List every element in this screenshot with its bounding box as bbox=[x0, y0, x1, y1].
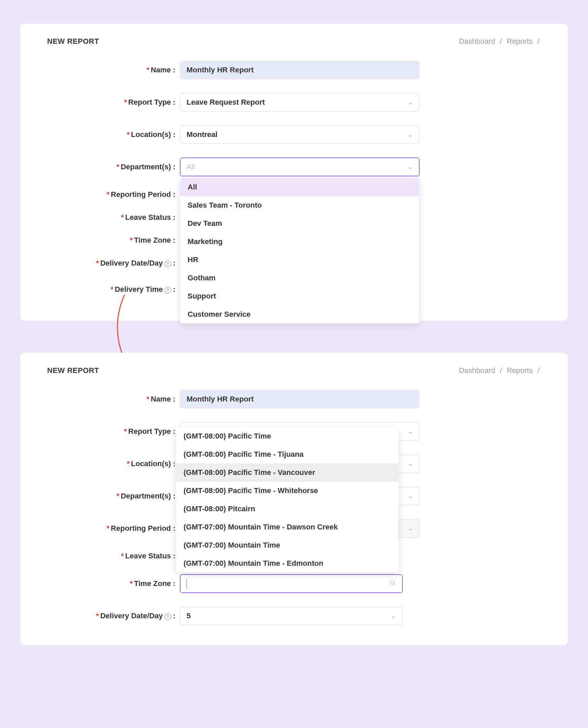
dropdown-item[interactable]: Dev Team bbox=[180, 214, 419, 233]
dropdown-item[interactable]: Support bbox=[180, 287, 419, 305]
label-time-zone: *Time Zone : bbox=[47, 236, 180, 245]
departments-dropdown: All Sales Team - Toronto Dev Team Market… bbox=[180, 178, 419, 324]
label-delivery-date: *Delivery Date/Day? : bbox=[47, 612, 180, 620]
breadcrumb-sep: / bbox=[500, 366, 502, 375]
dropdown-item[interactable]: (GMT-07:00) Mountain Time bbox=[176, 536, 398, 554]
breadcrumb-sep: / bbox=[500, 37, 502, 45]
label-name: *Name : bbox=[47, 66, 180, 74]
chevron-down-icon: ⌄ bbox=[408, 131, 413, 138]
label-locations: *Location(s) : bbox=[47, 130, 180, 139]
help-icon[interactable]: ? bbox=[164, 287, 171, 293]
breadcrumb-reports[interactable]: Reports bbox=[507, 37, 533, 45]
label-delivery-time: *Delivery Time? : bbox=[47, 285, 180, 294]
label-report-type: *Report Type : bbox=[47, 98, 180, 107]
label-departments: *Department(s) : bbox=[47, 162, 180, 171]
dropdown-item[interactable]: (GMT-08:00) Pacific Time - Tijuana bbox=[176, 445, 398, 463]
label-departments: *Department(s) : bbox=[47, 492, 180, 501]
chevron-down-icon: ⌄ bbox=[408, 525, 413, 532]
svg-line-1 bbox=[394, 583, 395, 585]
timezone-dropdown: (GMT-08:00) Pacific Time (GMT-08:00) Pac… bbox=[176, 427, 398, 573]
label-locations: *Location(s) : bbox=[47, 459, 180, 468]
row-name: *Name : Monthly HR Report bbox=[47, 390, 541, 408]
report-type-select[interactable]: Leave Request Report ⌄ bbox=[180, 93, 419, 111]
breadcrumb-dashboard[interactable]: Dashboard bbox=[459, 37, 496, 45]
row-report-type: *Report Type : Leave Request Report ⌄ bbox=[47, 93, 541, 111]
chevron-down-icon: ⌄ bbox=[408, 460, 413, 467]
svg-point-0 bbox=[390, 580, 394, 584]
chevron-down-icon: ⌄ bbox=[408, 163, 413, 171]
dropdown-item[interactable]: (GMT-07:00) Mountain Time - Dawson Creek bbox=[176, 518, 398, 536]
breadcrumb: Dashboard / Reports / bbox=[458, 366, 541, 375]
row-name: *Name : Monthly HR Report bbox=[47, 61, 541, 79]
new-report-form-panel-2: NEW REPORT Dashboard / Reports / *Name :… bbox=[20, 353, 568, 645]
breadcrumb-dashboard[interactable]: Dashboard bbox=[459, 366, 496, 375]
breadcrumb: Dashboard / Reports / bbox=[458, 37, 541, 46]
chevron-down-icon: ⌄ bbox=[391, 612, 396, 620]
dropdown-item[interactable]: (GMT-08:00) Pacific Time - Vancouver bbox=[176, 463, 398, 482]
departments-select[interactable]: All ⌄ bbox=[180, 158, 419, 176]
time-zone-search-input[interactable] bbox=[180, 575, 402, 593]
page-title: NEW REPORT bbox=[47, 366, 99, 375]
row-departments: *Department(s) : All ⌄ All Sales Team - … bbox=[47, 158, 541, 176]
breadcrumb-reports[interactable]: Reports bbox=[507, 366, 533, 375]
help-icon[interactable]: ? bbox=[164, 261, 171, 267]
dropdown-item[interactable]: (GMT-08:00) Pitcairn bbox=[176, 500, 398, 518]
label-name: *Name : bbox=[47, 395, 180, 403]
dropdown-item[interactable]: Marketing bbox=[180, 233, 419, 251]
card-header: NEW REPORT Dashboard / Reports / bbox=[47, 37, 541, 46]
chevron-down-icon: ⌄ bbox=[408, 428, 413, 435]
page-title: NEW REPORT bbox=[47, 37, 99, 46]
row-delivery-date: *Delivery Date/Day? : 5 ⌄ bbox=[47, 607, 541, 625]
dropdown-item[interactable]: (GMT-08:00) Pacific Time bbox=[176, 427, 398, 445]
delivery-date-select[interactable]: 5 ⌄ bbox=[180, 607, 402, 625]
dropdown-item[interactable]: All bbox=[180, 178, 419, 196]
search-icon bbox=[389, 579, 396, 588]
row-locations: *Location(s) : Montreal ⌄ bbox=[47, 126, 541, 144]
dropdown-item[interactable]: (GMT-07:00) Mountain Time - Edmonton bbox=[176, 554, 398, 573]
dropdown-item[interactable]: HR bbox=[180, 251, 419, 269]
label-reporting-period: *Reporting Period : bbox=[47, 524, 180, 533]
chevron-down-icon: ⌄ bbox=[408, 98, 413, 106]
row-time-zone: *Time Zone : (GMT-08:00) Pacific Time (G… bbox=[47, 575, 541, 593]
label-delivery-date: *Delivery Date/Day? : bbox=[47, 259, 180, 268]
breadcrumb-sep-end: / bbox=[538, 366, 540, 375]
breadcrumb-sep-end: / bbox=[538, 37, 540, 45]
label-leave-status: *Leave Status : bbox=[47, 552, 180, 560]
text-cursor bbox=[187, 579, 187, 588]
dropdown-item[interactable]: Sales Team - Toronto bbox=[180, 196, 419, 214]
dropdown-item[interactable]: (GMT-08:00) Pacific Time - Whitehorse bbox=[176, 482, 398, 500]
locations-select[interactable]: Montreal ⌄ bbox=[180, 126, 419, 144]
dropdown-item[interactable]: Customer Service bbox=[180, 305, 419, 324]
label-reporting-period: *Reporting Period : bbox=[47, 190, 180, 199]
label-leave-status: *Leave Status : bbox=[47, 213, 180, 222]
card-header: NEW REPORT Dashboard / Reports / bbox=[47, 366, 541, 375]
name-input[interactable]: Monthly HR Report bbox=[180, 61, 419, 79]
name-input[interactable]: Monthly HR Report bbox=[180, 390, 419, 408]
label-report-type: *Report Type : bbox=[47, 427, 180, 436]
chevron-down-icon: ⌄ bbox=[408, 492, 413, 500]
help-icon[interactable]: ? bbox=[164, 613, 171, 620]
label-time-zone: *Time Zone : bbox=[47, 579, 180, 588]
dropdown-item[interactable]: Gotham bbox=[180, 269, 419, 287]
new-report-form-panel-1: NEW REPORT Dashboard / Reports / *Name :… bbox=[20, 24, 568, 321]
